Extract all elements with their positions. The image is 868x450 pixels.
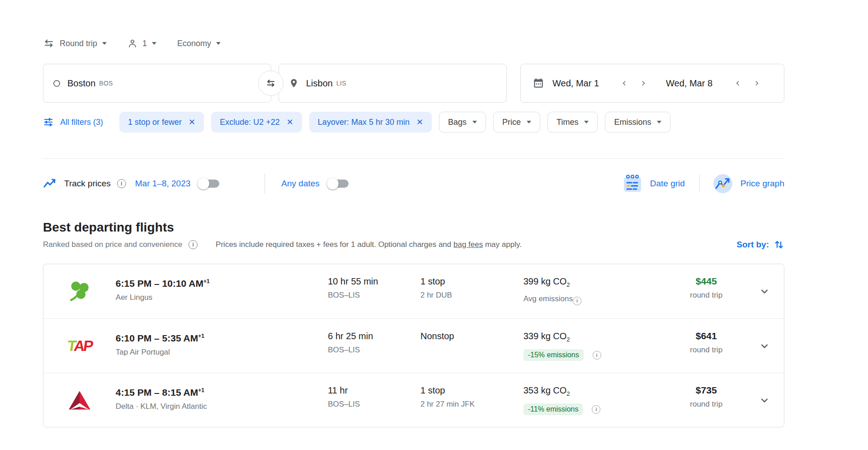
next-day-indicator: +1 xyxy=(198,333,204,339)
any-dates-toggle[interactable] xyxy=(327,178,349,189)
flight-times: 6:15 PM – 10:10 AM+1 xyxy=(116,275,328,289)
filter-chip-exclude-airlines[interactable]: Exclude: U2 +22 ✕ xyxy=(211,112,302,133)
price-graph-button[interactable]: Price graph xyxy=(712,173,784,194)
filter-chip-stops[interactable]: 1 stop or fewer ✕ xyxy=(119,112,204,133)
flight-price: $445 xyxy=(654,275,758,287)
next-return-date-button[interactable] xyxy=(753,80,760,87)
expand-flight-button[interactable] xyxy=(758,319,784,373)
trip-type-label: Round trip xyxy=(60,39,97,48)
cabin-class-select[interactable]: Economy xyxy=(177,39,221,48)
origin-circle-icon xyxy=(53,80,60,87)
info-icon[interactable]: i xyxy=(573,297,581,305)
co2-subscript: 2 xyxy=(566,281,570,288)
flight-row-aer-lingus[interactable]: 6:15 PM – 10:10 AM+1 Aer Lingus 10 hr 55… xyxy=(43,264,784,318)
departure-date[interactable]: Wed, Mar 1 xyxy=(552,78,599,89)
calendar-icon xyxy=(533,77,544,89)
info-icon[interactable]: i xyxy=(593,351,601,360)
next-day-indicator: +1 xyxy=(198,387,204,393)
chevron-left-icon xyxy=(734,80,741,87)
time-range: 6:15 PM – 10:10 AM xyxy=(116,278,203,289)
filter-dropdown-times[interactable]: Times xyxy=(547,112,598,133)
sort-by-button[interactable]: Sort by: xyxy=(736,239,784,250)
co2-amount: 339 kg CO2 xyxy=(524,330,655,346)
filter-dropdown-emissions[interactable]: Emissions xyxy=(605,112,670,133)
stops-count: 1 stop xyxy=(420,275,524,287)
cabin-class-label: Economy xyxy=(177,39,211,48)
bag-fees-link[interactable]: bag fees xyxy=(453,240,483,249)
remove-filter-icon[interactable]: ✕ xyxy=(287,118,293,126)
stops-cell: 1 stop 2 hr DUB xyxy=(420,264,524,318)
co2-subscript: 2 xyxy=(566,390,570,397)
price-graph-icon xyxy=(712,173,733,194)
location-pin-icon xyxy=(289,77,299,89)
emissions-badge-line: -15% emissions i xyxy=(524,349,655,361)
filter-dropdown-price[interactable]: Price xyxy=(493,112,540,133)
filter-dropdown-bags[interactable]: Bags xyxy=(439,112,486,133)
emissions-badge-line: -11% emissions i xyxy=(524,403,655,415)
info-icon[interactable]: i xyxy=(189,240,198,249)
filter-dropdown-label: Bags xyxy=(448,118,467,127)
chevron-left-icon xyxy=(621,80,628,87)
flight-times-cell: 6:15 PM – 10:10 AM+1 Aer Lingus xyxy=(116,264,328,318)
passengers-select[interactable]: 1 xyxy=(127,38,156,48)
next-day-indicator: +1 xyxy=(203,278,210,284)
co2-value: 399 kg CO xyxy=(524,276,567,286)
prev-return-date-button[interactable] xyxy=(734,80,741,87)
page-title: Best departing flights xyxy=(43,220,784,235)
flight-times-cell: 6:10 PM – 5:35 AM+1 Tap Air Portugal xyxy=(116,319,328,373)
flight-price: $641 xyxy=(654,330,758,342)
price-note-text: may apply. xyxy=(483,240,522,249)
price-unit: round trip xyxy=(654,290,758,300)
origin-field[interactable]: Boston BOS xyxy=(43,64,271,103)
flight-row-tap[interactable]: TAP 6:10 PM – 5:35 AM+1 Tap Air Portugal… xyxy=(43,318,784,373)
remove-filter-icon[interactable]: ✕ xyxy=(416,118,423,126)
destination-airport-code: LIS xyxy=(336,80,346,87)
emissions-cell: 339 kg CO2 -15% emissions i xyxy=(524,319,655,373)
tracked-dates-link[interactable]: Mar 1–8, 2023 xyxy=(135,179,191,189)
any-dates-label[interactable]: Any dates xyxy=(281,179,320,189)
emissions-cell: 399 kg CO2 Avg emissionsi xyxy=(524,264,655,318)
duration-cell: 10 hr 55 min BOS–LIS xyxy=(328,264,420,318)
return-date[interactable]: Wed, Mar 8 xyxy=(666,78,712,89)
trip-type-select[interactable]: Round trip xyxy=(43,38,107,48)
next-departure-date-button[interactable] xyxy=(640,80,647,87)
track-prices-label: Track prices xyxy=(64,179,111,189)
chevron-down-icon xyxy=(216,42,221,45)
flight-row-delta[interactable]: 4:15 PM – 8:15 AM+1 Delta · KLM, Virgin … xyxy=(43,373,784,427)
chevron-down-icon xyxy=(152,42,156,45)
tune-icon xyxy=(43,117,54,128)
flight-airlines: Tap Air Portugal xyxy=(116,347,328,357)
dates-field[interactable]: Wed, Mar 1 Wed, Mar 8 xyxy=(520,64,784,103)
chevron-down-icon xyxy=(584,121,589,123)
all-filters-label: All filters (3) xyxy=(60,118,103,127)
filter-chip-layover[interactable]: Layover: Max 5 hr 30 min ✕ xyxy=(309,112,432,133)
destination-field[interactable]: Lisbon LIS xyxy=(278,64,507,103)
filter-dropdown-label: Emissions xyxy=(614,118,651,127)
info-icon[interactable]: i xyxy=(117,179,126,188)
co2-subscript: 2 xyxy=(566,336,570,343)
all-filters-button[interactable]: All filters (3) xyxy=(43,117,103,128)
track-prices-toggle[interactable] xyxy=(198,178,220,189)
tap-logo: TAP xyxy=(66,337,93,355)
swap-route-button[interactable] xyxy=(258,71,283,96)
date-grid-button[interactable]: Date grid xyxy=(622,174,685,194)
expand-flight-button[interactable] xyxy=(758,373,784,427)
chevron-down-icon xyxy=(102,42,107,45)
emissions-note-text: Avg emissions xyxy=(524,294,573,303)
airline-logo xyxy=(43,373,116,427)
flight-times: 4:15 PM – 8:15 AM+1 xyxy=(116,384,328,398)
swap-arrows-icon xyxy=(265,79,276,88)
price-unit: round trip xyxy=(654,399,758,409)
section-divider xyxy=(43,158,784,159)
filter-chip-label: Exclude: U2 +22 xyxy=(220,118,280,127)
trip-options-bar: Round trip 1 Economy xyxy=(43,0,784,48)
prev-departure-date-button[interactable] xyxy=(621,80,628,87)
info-icon[interactable]: i xyxy=(592,405,600,414)
time-range: 6:10 PM – 5:35 AM xyxy=(116,333,198,343)
filter-chip-label: Layover: Max 5 hr 30 min xyxy=(318,118,410,127)
remove-filter-icon[interactable]: ✕ xyxy=(189,118,195,126)
chevron-down-icon xyxy=(758,394,771,407)
expand-flight-button[interactable] xyxy=(758,264,784,318)
passenger-count: 1 xyxy=(142,39,147,48)
google-flights-results: Round trip 1 Economy Boston BOS xyxy=(43,0,784,427)
